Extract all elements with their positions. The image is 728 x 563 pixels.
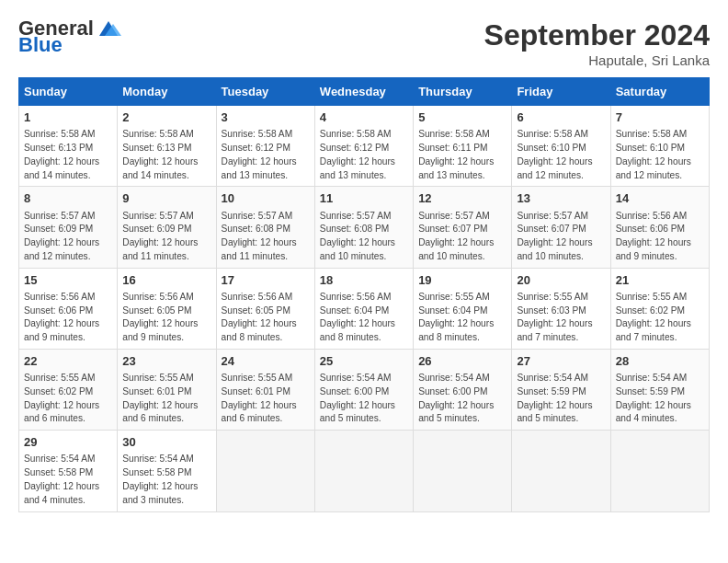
day-number: 9 [122, 190, 210, 207]
day-cell: 3Sunrise: 5:58 AMSunset: 6:12 PMDaylight… [216, 106, 314, 187]
day-number: 15 [24, 272, 112, 289]
day-number: 25 [320, 353, 408, 370]
day-number: 12 [418, 190, 506, 207]
day-number: 16 [122, 272, 210, 289]
month-title: September 2024 [484, 18, 710, 52]
day-cell [314, 431, 413, 511]
day-number: 7 [616, 109, 704, 126]
day-info: Sunrise: 5:55 AMSunset: 6:01 PMDaylight:… [222, 372, 310, 426]
day-info: Sunrise: 5:56 AMSunset: 6:04 PMDaylight:… [320, 291, 408, 345]
day-number: 3 [222, 109, 310, 126]
day-cell: 16Sunrise: 5:56 AMSunset: 6:05 PMDayligh… [118, 268, 216, 349]
day-info: Sunrise: 5:54 AMSunset: 5:59 PMDaylight:… [517, 372, 605, 426]
title-area: September 2024 Haputale, Sri Lanka [484, 18, 710, 68]
day-cell: 17Sunrise: 5:56 AMSunset: 6:05 PMDayligh… [216, 268, 314, 349]
day-number: 14 [616, 190, 704, 207]
day-number: 5 [418, 109, 506, 126]
day-cell: 6Sunrise: 5:58 AMSunset: 6:10 PMDaylight… [512, 106, 610, 187]
week-row-4: 22Sunrise: 5:55 AMSunset: 6:02 PMDayligh… [19, 349, 710, 430]
calendar: SundayMondayTuesdayWednesdayThursdayFrid… [18, 77, 710, 512]
day-cell: 13Sunrise: 5:57 AMSunset: 6:07 PMDayligh… [512, 187, 610, 268]
day-cell [512, 431, 610, 511]
header: General Blue September 2024 Haputale, Sr… [18, 18, 710, 68]
logo-icon [96, 19, 121, 38]
day-info: Sunrise: 5:55 AMSunset: 6:03 PMDaylight:… [517, 291, 605, 345]
week-row-2: 8Sunrise: 5:57 AMSunset: 6:09 PMDaylight… [19, 187, 710, 268]
day-number: 19 [418, 272, 506, 289]
day-cell: 2Sunrise: 5:58 AMSunset: 6:13 PMDaylight… [118, 106, 216, 187]
day-cell: 29Sunrise: 5:54 AMSunset: 5:58 PMDayligh… [19, 431, 118, 511]
day-cell: 21Sunrise: 5:55 AMSunset: 6:02 PMDayligh… [610, 268, 709, 349]
day-info: Sunrise: 5:57 AMSunset: 6:09 PMDaylight:… [122, 210, 210, 264]
day-info: Sunrise: 5:57 AMSunset: 6:07 PMDaylight:… [517, 210, 605, 264]
col-header-friday: Friday [512, 78, 610, 106]
day-cell: 19Sunrise: 5:55 AMSunset: 6:04 PMDayligh… [414, 268, 512, 349]
day-number: 18 [320, 272, 408, 289]
day-cell: 12Sunrise: 5:57 AMSunset: 6:07 PMDayligh… [414, 187, 512, 268]
day-cell [414, 431, 512, 511]
week-row-3: 15Sunrise: 5:56 AMSunset: 6:06 PMDayligh… [19, 268, 710, 349]
day-info: Sunrise: 5:58 AMSunset: 6:12 PMDaylight:… [222, 128, 310, 182]
day-cell: 20Sunrise: 5:55 AMSunset: 6:03 PMDayligh… [512, 268, 610, 349]
day-info: Sunrise: 5:55 AMSunset: 6:02 PMDaylight:… [24, 372, 112, 426]
day-info: Sunrise: 5:56 AMSunset: 6:06 PMDaylight:… [24, 291, 112, 345]
col-header-tuesday: Tuesday [216, 78, 314, 106]
day-cell: 10Sunrise: 5:57 AMSunset: 6:08 PMDayligh… [216, 187, 314, 268]
day-info: Sunrise: 5:58 AMSunset: 6:13 PMDaylight:… [24, 128, 112, 182]
day-cell: 9Sunrise: 5:57 AMSunset: 6:09 PMDaylight… [118, 187, 216, 268]
day-cell: 8Sunrise: 5:57 AMSunset: 6:09 PMDaylight… [19, 187, 118, 268]
day-info: Sunrise: 5:57 AMSunset: 6:07 PMDaylight:… [418, 210, 506, 264]
day-cell: 5Sunrise: 5:58 AMSunset: 6:11 PMDaylight… [414, 106, 512, 187]
day-info: Sunrise: 5:54 AMSunset: 5:58 PMDaylight:… [122, 453, 210, 507]
day-info: Sunrise: 5:56 AMSunset: 6:05 PMDaylight:… [122, 291, 210, 345]
day-number: 27 [517, 353, 605, 370]
day-info: Sunrise: 5:57 AMSunset: 6:08 PMDaylight:… [222, 210, 310, 264]
day-number: 22 [24, 353, 112, 370]
week-row-1: 1Sunrise: 5:58 AMSunset: 6:13 PMDaylight… [19, 106, 710, 187]
day-cell: 26Sunrise: 5:54 AMSunset: 6:00 PMDayligh… [414, 349, 512, 430]
col-header-monday: Monday [118, 78, 216, 106]
day-info: Sunrise: 5:57 AMSunset: 6:08 PMDaylight:… [320, 210, 408, 264]
day-cell: 11Sunrise: 5:57 AMSunset: 6:08 PMDayligh… [314, 187, 413, 268]
day-info: Sunrise: 5:57 AMSunset: 6:09 PMDaylight:… [24, 210, 112, 264]
day-number: 29 [24, 434, 112, 451]
day-info: Sunrise: 5:54 AMSunset: 6:00 PMDaylight:… [418, 372, 506, 426]
day-cell: 18Sunrise: 5:56 AMSunset: 6:04 PMDayligh… [314, 268, 413, 349]
col-header-saturday: Saturday [610, 78, 709, 106]
day-cell: 25Sunrise: 5:54 AMSunset: 6:00 PMDayligh… [314, 349, 413, 430]
day-number: 8 [24, 190, 112, 207]
day-info: Sunrise: 5:58 AMSunset: 6:10 PMDaylight:… [517, 128, 605, 182]
day-cell: 22Sunrise: 5:55 AMSunset: 6:02 PMDayligh… [19, 349, 118, 430]
day-number: 17 [222, 272, 310, 289]
day-info: Sunrise: 5:54 AMSunset: 5:59 PMDaylight:… [616, 372, 704, 426]
day-cell: 28Sunrise: 5:54 AMSunset: 5:59 PMDayligh… [610, 349, 709, 430]
day-cell: 4Sunrise: 5:58 AMSunset: 6:12 PMDaylight… [314, 106, 413, 187]
day-info: Sunrise: 5:56 AMSunset: 6:05 PMDaylight:… [222, 291, 310, 345]
day-number: 4 [320, 109, 408, 126]
col-header-thursday: Thursday [414, 78, 512, 106]
day-info: Sunrise: 5:58 AMSunset: 6:12 PMDaylight:… [320, 128, 408, 182]
day-number: 24 [222, 353, 310, 370]
day-number: 28 [616, 353, 704, 370]
day-number: 1 [24, 109, 112, 126]
day-info: Sunrise: 5:58 AMSunset: 6:10 PMDaylight:… [616, 128, 704, 182]
day-cell: 27Sunrise: 5:54 AMSunset: 5:59 PMDayligh… [512, 349, 610, 430]
day-cell: 14Sunrise: 5:56 AMSunset: 6:06 PMDayligh… [610, 187, 709, 268]
day-number: 20 [517, 272, 605, 289]
day-info: Sunrise: 5:54 AMSunset: 5:58 PMDaylight:… [24, 453, 112, 507]
logo: General Blue [18, 18, 121, 55]
col-header-wednesday: Wednesday [314, 78, 413, 106]
day-info: Sunrise: 5:55 AMSunset: 6:02 PMDaylight:… [616, 291, 704, 345]
day-cell [610, 431, 709, 511]
logo-blue: Blue [18, 35, 63, 55]
day-cell: 7Sunrise: 5:58 AMSunset: 6:10 PMDaylight… [610, 106, 709, 187]
day-cell: 24Sunrise: 5:55 AMSunset: 6:01 PMDayligh… [216, 349, 314, 430]
day-number: 2 [122, 109, 210, 126]
day-number: 21 [616, 272, 704, 289]
day-cell: 15Sunrise: 5:56 AMSunset: 6:06 PMDayligh… [19, 268, 118, 349]
day-number: 6 [517, 109, 605, 126]
day-info: Sunrise: 5:58 AMSunset: 6:11 PMDaylight:… [418, 128, 506, 182]
day-info: Sunrise: 5:55 AMSunset: 6:01 PMDaylight:… [122, 372, 210, 426]
day-number: 23 [122, 353, 210, 370]
day-cell [216, 431, 314, 511]
